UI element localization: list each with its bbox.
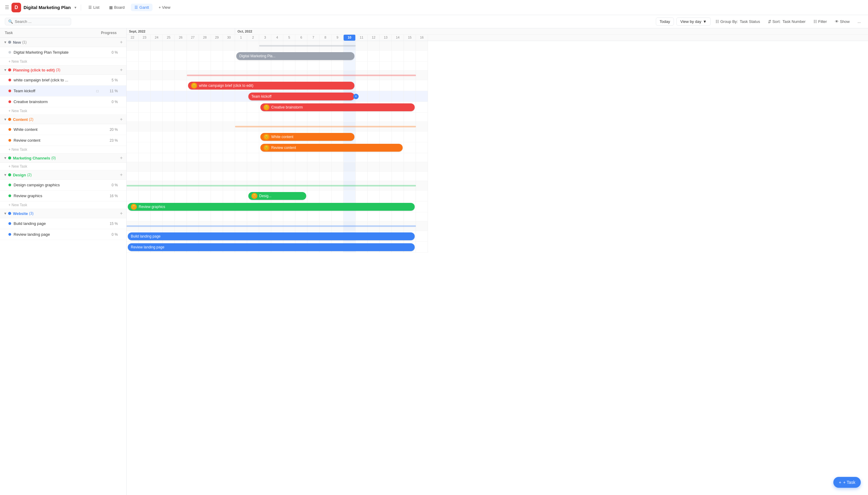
group-line xyxy=(126,185,416,186)
expand-icon[interactable]: □ xyxy=(97,89,99,93)
task-name[interactable]: Review landing page xyxy=(14,232,99,237)
gantt-day-slot-11 xyxy=(355,113,368,121)
gantt-day-slot-29 xyxy=(211,212,223,221)
group-marketing-label[interactable]: Marketing Channels xyxy=(13,156,50,160)
add-task-button[interactable]: + + Task xyxy=(833,477,861,488)
today-button[interactable]: Today xyxy=(656,17,674,25)
gantt-bar[interactable]: 😊Creative brainstorm xyxy=(260,103,415,111)
new-task-planning[interactable]: + New Task xyxy=(0,107,126,115)
group-design-label[interactable]: Design xyxy=(13,173,26,177)
gantt-day-slot-15 xyxy=(404,142,416,153)
title-caret-icon[interactable]: ▼ xyxy=(74,6,77,9)
task-name[interactable]: white campaign brief (click to ... xyxy=(14,78,99,82)
task-progress: 5 % xyxy=(99,78,123,82)
gantt-bar[interactable]: Build landing page xyxy=(128,233,415,240)
new-task-design[interactable]: + New Task xyxy=(0,201,126,209)
group-new-chevron[interactable]: ▼ xyxy=(4,40,7,44)
gantt-bar[interactable]: 😊White content xyxy=(260,133,354,141)
gantt-bar[interactable]: 😊white campaign brief (click to edit) xyxy=(188,82,354,89)
gantt-day-slot-24 xyxy=(151,113,163,121)
gantt-bar[interactable]: Review landing page xyxy=(128,243,415,251)
group-content-add[interactable]: + xyxy=(120,117,123,122)
task-name[interactable]: Creative brainstorm xyxy=(14,100,99,104)
group-website-label[interactable]: Website xyxy=(13,211,28,216)
group-design-chevron[interactable]: ▼ xyxy=(4,173,7,177)
gantt-bar[interactable]: Digital Marketing Pla... xyxy=(236,52,354,60)
task-name[interactable]: White content xyxy=(14,127,99,132)
board-view-button[interactable]: ▦ Board xyxy=(105,4,128,11)
gantt-day-slot-6 xyxy=(295,153,308,162)
sort-control[interactable]: ⇵ Sort: Task Number xyxy=(765,18,808,25)
task-name[interactable]: Review graphics xyxy=(14,193,99,198)
group-planning-count: (3) xyxy=(56,68,60,72)
group-planning-add[interactable]: + xyxy=(120,67,123,73)
new-task-new[interactable]: + New Task xyxy=(0,58,126,65)
group-content-label[interactable]: Content xyxy=(13,117,28,122)
search-input[interactable] xyxy=(15,19,68,24)
gantt-day-slot-15 xyxy=(404,41,416,50)
task-name[interactable]: Team kickoff xyxy=(14,89,95,93)
gantt-day-slot-13 xyxy=(380,62,392,70)
group-design-add[interactable]: + xyxy=(120,172,123,177)
group-marketing-chevron[interactable]: ▼ xyxy=(4,156,7,160)
gantt-day-slot-28 xyxy=(199,212,211,221)
gantt-day-slot-23 xyxy=(139,172,151,181)
avatar: 😊 xyxy=(263,134,270,140)
add-view-button[interactable]: + View xyxy=(155,4,174,11)
show-button[interactable]: 👁 Show xyxy=(832,18,852,25)
group-by-control[interactable]: ☷ Group By: Task Status xyxy=(713,18,763,25)
group-website-count: (3) xyxy=(29,211,34,216)
task-dot xyxy=(8,79,11,81)
group-new-label[interactable]: New xyxy=(13,40,21,45)
group-content-chevron[interactable]: ▼ xyxy=(4,118,7,121)
group-website-add[interactable]: + xyxy=(120,211,123,216)
menu-icon[interactable]: ☰ xyxy=(5,4,9,10)
task-name[interactable]: Review content xyxy=(14,138,99,142)
task-name[interactable]: Build landing page xyxy=(14,221,99,226)
day-header-25: 25 xyxy=(163,35,175,41)
gantt-day-slot-27 xyxy=(187,162,199,172)
search-box[interactable]: 🔍 xyxy=(5,18,71,25)
list-view-button[interactable]: ☰ List xyxy=(85,4,103,11)
gantt-bar[interactable]: Team kickoff xyxy=(248,92,354,100)
gantt-row: Review landing page xyxy=(126,242,428,253)
view-by-day-button[interactable]: View by day ▼ xyxy=(676,17,711,25)
gantt-day-slot-11 xyxy=(355,62,368,70)
gantt-day-slot-28 xyxy=(199,153,211,162)
filter-button[interactable]: ☷ Filter xyxy=(811,18,829,25)
gantt-day-slot-23 xyxy=(139,70,151,80)
gantt-day-slot-14 xyxy=(392,113,404,121)
gantt-day-slot-1 xyxy=(235,41,247,50)
group-planning-label[interactable]: Planning (click to edit) xyxy=(13,68,55,72)
gantt-day-slot-15 xyxy=(404,190,416,201)
gantt-day-slot-29 xyxy=(211,162,223,172)
gantt-day-slot-13 xyxy=(380,80,392,91)
gantt-day-slot-13 xyxy=(380,41,392,50)
gantt-bar[interactable]: 😊Review content xyxy=(260,144,403,152)
task-close-button[interactable]: × xyxy=(353,94,359,99)
gantt-bar[interactable]: 😊Review graphics xyxy=(128,203,415,211)
gantt-bar[interactable]: 😊Desig... xyxy=(248,192,306,200)
gantt-day-slot-26 xyxy=(175,113,187,121)
gantt-view-button[interactable]: ☰ Gantt xyxy=(131,4,153,11)
task-name[interactable]: Digital Marketing Plan Template xyxy=(14,50,99,54)
gantt-day-slot-25 xyxy=(163,70,175,80)
task-name[interactable]: Design campaign graphics xyxy=(14,183,99,187)
group-design: ▼ Design (2) + xyxy=(0,170,126,180)
gantt-day-slot-28 xyxy=(199,142,211,153)
group-new-add[interactable]: + xyxy=(120,39,123,45)
new-task-marketing[interactable]: + New Task xyxy=(0,163,126,170)
gantt-day-slot-12 xyxy=(368,153,380,162)
group-marketing-add[interactable]: + xyxy=(120,155,123,161)
task-row: Review landing page 0 % xyxy=(0,229,126,240)
gantt-row xyxy=(126,122,428,132)
new-task-content[interactable]: + New Task xyxy=(0,146,126,153)
group-planning-chevron[interactable]: ▼ xyxy=(4,68,7,72)
gantt-day-slot-24 xyxy=(151,51,163,61)
gantt-day-slot-2 xyxy=(247,162,259,172)
gantt-day-slot-26 xyxy=(175,62,187,70)
gantt-day-slot-5 xyxy=(283,113,295,121)
more-button[interactable]: ... xyxy=(855,18,863,25)
gantt-day-slot-22 xyxy=(126,91,139,102)
group-website-chevron[interactable]: ▼ xyxy=(4,211,7,215)
